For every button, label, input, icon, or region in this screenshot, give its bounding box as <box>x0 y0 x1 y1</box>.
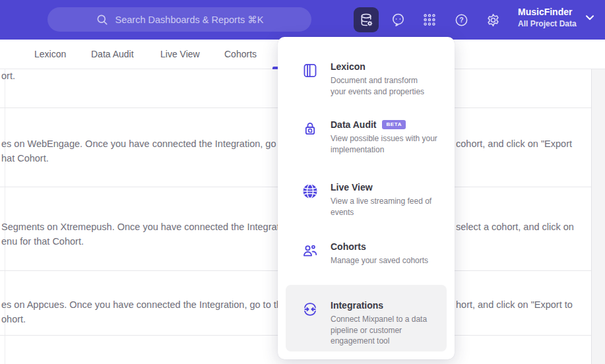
apps-grid-icon <box>422 13 437 27</box>
people-icon <box>302 243 318 258</box>
book-icon <box>302 63 318 78</box>
help-icon: ? <box>454 13 469 28</box>
menu-item-description: View a live streaming feed of events <box>331 196 448 218</box>
apps-grid-button[interactable] <box>417 7 442 32</box>
data-management-button[interactable] <box>354 7 379 32</box>
globe-icon <box>302 183 318 199</box>
menu-item-title: Lexicon <box>331 61 366 73</box>
feedback-button[interactable] <box>385 7 410 32</box>
chevron-down-icon <box>586 15 594 20</box>
tab-lexicon[interactable]: Lexicon <box>34 49 66 59</box>
data-management-dropdown: Lexicon Document and transform your even… <box>278 37 455 359</box>
menu-item-cohorts[interactable]: Cohorts Manage your saved cohorts <box>302 241 449 266</box>
menu-item-description: Document and transform your events and p… <box>331 75 448 97</box>
menu-item-title: Integrations <box>331 299 383 311</box>
table-row-text: ort. <box>1 71 15 81</box>
menu-item-description: View possible issues with your implement… <box>331 133 448 155</box>
help-button[interactable]: ? <box>449 7 474 32</box>
table-row-text: cohort, and click on "Export <box>456 138 572 149</box>
settings-icon <box>486 13 501 28</box>
project-subtitle: All Project Data <box>518 18 577 29</box>
top-header: Search Dashboards & Reports ⌘K <box>0 0 605 40</box>
table-row-text: hat Cohort. <box>1 153 49 164</box>
table-row-text: es on Appcues. Once you have connected t… <box>1 299 298 310</box>
search-placeholder: Search Dashboards & Reports ⌘K <box>115 15 264 25</box>
table-row-text: es on WebEngage. Once you have connected… <box>1 138 303 149</box>
menu-item-lexicon[interactable]: Lexicon Document and transform your even… <box>302 61 449 97</box>
project-switcher[interactable]: MusicFinder All Project Data <box>518 6 594 29</box>
table-row-text: enu for that Cohort. <box>1 236 84 247</box>
sync-arrows-icon <box>302 301 318 317</box>
feedback-icon <box>391 13 406 28</box>
menu-item-title: Cohorts <box>331 241 366 253</box>
table-row-text: ohort. <box>1 314 26 324</box>
table-row-text: select a cohort, and click on <box>456 222 574 232</box>
beta-badge: BETA <box>382 120 406 129</box>
svg-text:?: ? <box>459 16 463 24</box>
tab-cohorts[interactable]: Cohorts <box>224 49 257 59</box>
search-icon <box>96 13 109 26</box>
menu-item-live-view[interactable]: Live View View a live streaming feed of … <box>302 181 449 218</box>
data-management-icon <box>359 13 374 28</box>
page-gutter <box>591 69 605 364</box>
table-row-text: Segments on Xtremepush. Once you have co… <box>1 222 295 232</box>
menu-item-description: Manage your saved cohorts <box>331 255 448 266</box>
table-row-text: hort, and click on "Export to <box>456 299 573 310</box>
project-name: MusicFinder <box>518 6 577 18</box>
menu-item-data-audit[interactable]: Data Audit BETA View possible issues wit… <box>302 119 449 155</box>
tab-live-view[interactable]: Live View <box>160 49 200 59</box>
search-input[interactable]: Search Dashboards & Reports ⌘K <box>48 7 311 32</box>
menu-item-description: Connect Mixpanel to a data pipeline or c… <box>331 314 448 347</box>
lock-audit-icon <box>302 121 318 136</box>
menu-item-title: Live View <box>331 181 373 193</box>
menu-item-title: Data Audit <box>331 119 376 131</box>
tab-data-audit[interactable]: Data Audit <box>91 49 134 59</box>
menu-item-integrations[interactable]: Integrations Connect Mixpanel to a data … <box>286 285 447 351</box>
settings-button[interactable] <box>480 7 505 32</box>
